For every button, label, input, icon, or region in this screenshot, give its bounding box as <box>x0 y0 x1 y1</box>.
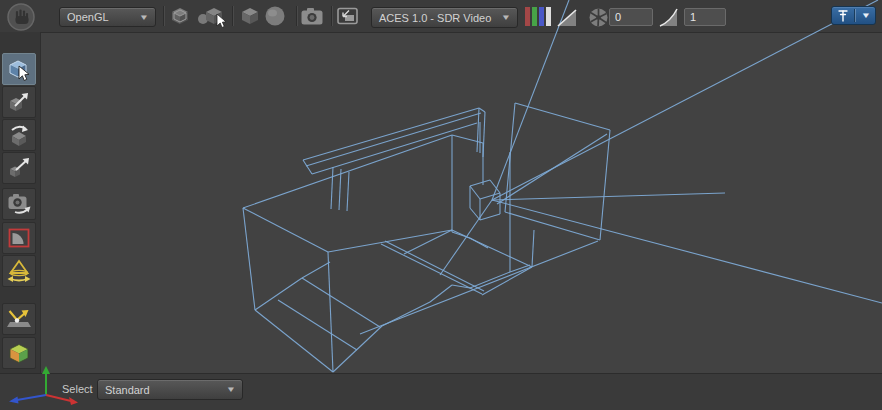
aperture-icon[interactable] <box>588 7 609 28</box>
exposure-input[interactable] <box>609 8 653 26</box>
tool-light-bounce-button[interactable] <box>2 303 36 335</box>
left-tool-column <box>0 32 41 373</box>
pin-dropdown[interactable]: ▼ <box>831 6 876 25</box>
pin-icon <box>837 9 849 22</box>
tool-light-cone-button[interactable] <box>2 255 36 287</box>
x-axis-arrowhead <box>69 397 78 405</box>
gamma-input[interactable] <box>684 8 726 26</box>
selection-mode-dropdown[interactable]: Standard ▼ <box>97 379 243 400</box>
chevron-down-icon: ▼ <box>861 11 871 20</box>
renderer-dropdown-value: OpenGL <box>67 11 109 23</box>
viewport-wireframe[interactable] <box>0 0 882 410</box>
gamma-curve-icon <box>658 7 679 27</box>
axis-gizmo <box>0 364 95 410</box>
rotate-arrow-icon <box>7 123 31 147</box>
tool-orbit-camera-button[interactable] <box>2 188 36 220</box>
toolbar-divider <box>163 6 164 26</box>
camera-snapshot-button[interactable] <box>300 6 324 26</box>
scale-arrow-icon <box>7 156 31 180</box>
tool-select-button[interactable] <box>2 53 36 85</box>
tool-translate-button[interactable] <box>2 86 36 118</box>
z-axis <box>17 395 46 400</box>
colorspace-dropdown[interactable]: ACES 1.0 - SDR Video ▼ <box>371 7 518 28</box>
toolbar-divider <box>331 6 332 26</box>
toolbar-divider <box>232 6 233 26</box>
select-cursor-cube-icon <box>6 56 32 82</box>
viewport-mask-icon <box>7 226 31 250</box>
tool-rotate-button[interactable] <box>2 119 36 151</box>
selection-mode-value: Standard <box>105 384 150 396</box>
pan-hand-icon[interactable] <box>6 3 36 31</box>
chevron-down-icon: ▼ <box>139 13 149 22</box>
y-axis-arrowhead <box>42 366 50 374</box>
z-axis-arrowhead <box>9 397 19 404</box>
renderer-dropdown[interactable]: OpenGL ▼ <box>59 7 156 27</box>
sphere-shading-button[interactable] <box>263 5 287 27</box>
colorspace-dropdown-value: ACES 1.0 - SDR Video <box>379 12 491 24</box>
chevron-down-icon: ▼ <box>226 385 236 394</box>
bottom-bar: Select Standard ▼ <box>0 373 882 410</box>
chevron-down-icon: ▼ <box>501 13 511 22</box>
select-objects-button[interactable] <box>196 5 228 29</box>
tool-scale-button[interactable] <box>2 152 36 184</box>
orbit-camera-icon <box>6 191 32 217</box>
toolbar-divider <box>296 6 297 26</box>
wireframe-shading-button[interactable] <box>169 6 191 26</box>
top-toolbar: OpenGL ▼ ACES 1.0 - SD <box>0 0 882 32</box>
light-bounce-icon <box>6 306 32 332</box>
solid-shading-button[interactable] <box>239 6 261 26</box>
tool-viewport-mask-button[interactable] <box>2 222 36 254</box>
shaded-cube-icon <box>7 341 31 365</box>
render-layer-button[interactable] <box>336 6 359 26</box>
x-axis <box>46 395 71 401</box>
exposure-triangle-icon <box>556 8 578 27</box>
pin-dropdown-divider <box>854 9 855 22</box>
translate-arrow-icon <box>7 90 31 114</box>
rgb-channels-button[interactable] <box>524 6 552 27</box>
light-cone-icon <box>6 258 32 284</box>
